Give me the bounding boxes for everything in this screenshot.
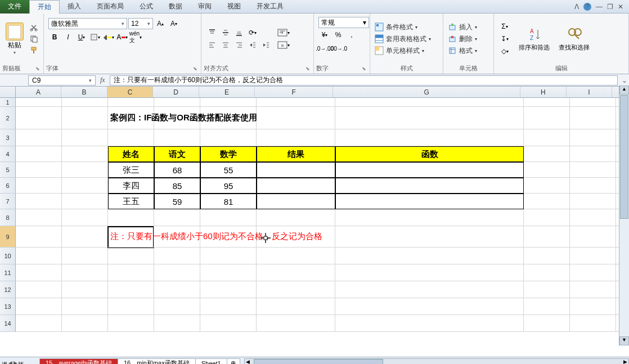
cell[interactable] (335, 248, 524, 264)
column-header[interactable]: H (520, 87, 566, 97)
cell[interactable] (257, 298, 335, 315)
table-cell[interactable] (257, 178, 335, 194)
scroll-thumb[interactable] (620, 95, 628, 219)
tab-data[interactable]: 数据 (161, 0, 190, 14)
cell[interactable] (62, 107, 108, 129)
cell[interactable] (16, 178, 62, 194)
table-cell[interactable]: 王五 (108, 194, 154, 209)
cell[interactable] (524, 178, 570, 194)
cell[interactable] (200, 315, 257, 332)
cell[interactable] (524, 226, 570, 248)
cell[interactable] (108, 281, 154, 298)
cell[interactable] (62, 248, 108, 264)
font-dialog-launcher[interactable]: ⬊ (193, 66, 199, 71)
font-size-select[interactable]: 12▾ (128, 18, 153, 29)
cell[interactable] (570, 298, 616, 315)
cell-title[interactable]: 案例四：IF函数与OR函数搭配嵌套使用 (108, 107, 154, 129)
help-icon[interactable]: ? (583, 3, 591, 11)
increase-font-button[interactable]: A▴ (154, 18, 167, 29)
table-cell[interactable] (335, 194, 524, 209)
sheet-tab[interactable]: 15、averageifs函数基础 (39, 358, 118, 365)
cell[interactable] (335, 315, 524, 332)
window-minimize-icon[interactable]: — (596, 3, 603, 11)
cell[interactable] (524, 298, 570, 315)
cell[interactable] (570, 107, 616, 129)
cell[interactable] (200, 98, 257, 107)
row-header[interactable]: 4 (0, 146, 16, 162)
cell[interactable] (108, 248, 154, 264)
delete-cells-button[interactable]: 删除▾ (446, 33, 479, 45)
cell[interactable] (570, 315, 616, 332)
cell[interactable] (570, 162, 616, 178)
table-format-button[interactable]: 套用表格格式▾ (372, 33, 433, 45)
align-middle-button[interactable] (219, 27, 232, 38)
scroll-thumb[interactable] (254, 359, 383, 365)
cell[interactable] (62, 98, 108, 107)
cell[interactable] (524, 162, 570, 178)
scroll-left-button[interactable]: ◀ (246, 359, 250, 365)
cut-button[interactable] (28, 23, 39, 33)
cell[interactable] (524, 107, 570, 129)
name-box[interactable]: C9▾ (28, 75, 96, 86)
cell[interactable] (154, 298, 200, 315)
cell[interactable] (570, 209, 616, 226)
cell[interactable] (16, 226, 62, 248)
window-close-icon[interactable]: ✕ (618, 3, 623, 11)
increase-indent-button[interactable] (260, 39, 272, 51)
cell[interactable] (108, 129, 154, 146)
table-header-result[interactable]: 结果 (257, 146, 335, 162)
bold-button[interactable]: B (48, 32, 61, 43)
cell[interactable] (570, 98, 616, 107)
decrease-font-button[interactable]: A▾ (168, 18, 180, 29)
paste-dropdown-icon[interactable]: ▾ (14, 50, 16, 55)
horizontal-scrollbar[interactable]: ◀ ▶ (244, 358, 629, 365)
cell[interactable] (62, 315, 108, 332)
fill-color-button[interactable]: ▾ (102, 32, 115, 43)
format-cells-button[interactable]: 格式▾ (446, 45, 479, 57)
row-header[interactable]: 1 (0, 98, 16, 107)
row-header[interactable]: 3 (0, 129, 16, 146)
align-top-button[interactable] (206, 27, 218, 38)
sheet-tab[interactable]: 16、min和max函数基础 (118, 358, 196, 365)
cell-styles-button[interactable]: 单元格样式▾ (372, 45, 426, 57)
font-color-button[interactable]: A▾ (116, 32, 128, 43)
new-sheet-button[interactable]: ⊕ (227, 358, 240, 365)
select-all-corner[interactable] (0, 87, 16, 97)
phonetic-button[interactable]: wén文▾ (129, 32, 142, 43)
copy-button[interactable] (28, 34, 39, 44)
expand-formula-bar-button[interactable]: ⌄ (620, 77, 629, 84)
italic-button[interactable]: I (62, 32, 74, 43)
scroll-up-button[interactable]: ▲ (619, 86, 629, 95)
conditional-format-button[interactable]: 条件格式▾ (372, 21, 420, 33)
cell[interactable] (257, 315, 335, 332)
vertical-scrollbar[interactable]: ▲ ▼ (619, 86, 629, 345)
minimize-ribbon-icon[interactable]: ᐱ (574, 3, 579, 11)
cell[interactable] (335, 226, 524, 248)
cell[interactable] (108, 315, 154, 332)
row-header[interactable]: 11 (0, 264, 16, 281)
cell[interactable] (108, 98, 154, 107)
number-format-select[interactable]: 常规▾ (318, 17, 369, 28)
cell[interactable] (16, 315, 62, 332)
sheet-tab[interactable]: Sheet1 (195, 358, 227, 365)
cell[interactable] (62, 194, 108, 209)
table-cell[interactable]: 85 (154, 178, 200, 194)
cell[interactable] (200, 129, 257, 146)
table-cell[interactable]: 68 (154, 162, 200, 178)
cell[interactable] (335, 298, 524, 315)
cell[interactable] (570, 129, 616, 146)
tab-page-layout[interactable]: 页面布局 (89, 0, 132, 14)
window-restore-icon[interactable]: ❐ (607, 3, 613, 11)
currency-button[interactable]: ¥▾ (318, 29, 331, 41)
decrease-decimal-button[interactable]: .00→.0 (332, 43, 344, 54)
column-header[interactable]: F (255, 87, 333, 97)
row-header[interactable]: 8 (0, 209, 16, 226)
underline-button[interactable]: U▾ (75, 32, 88, 43)
cell[interactable] (524, 98, 570, 107)
wrap-text-button[interactable]: ▾ (276, 27, 291, 38)
cell[interactable] (200, 281, 257, 298)
cell[interactable] (62, 162, 108, 178)
cell[interactable] (62, 226, 108, 248)
decrease-indent-button[interactable] (246, 39, 259, 51)
cell[interactable] (570, 264, 616, 281)
